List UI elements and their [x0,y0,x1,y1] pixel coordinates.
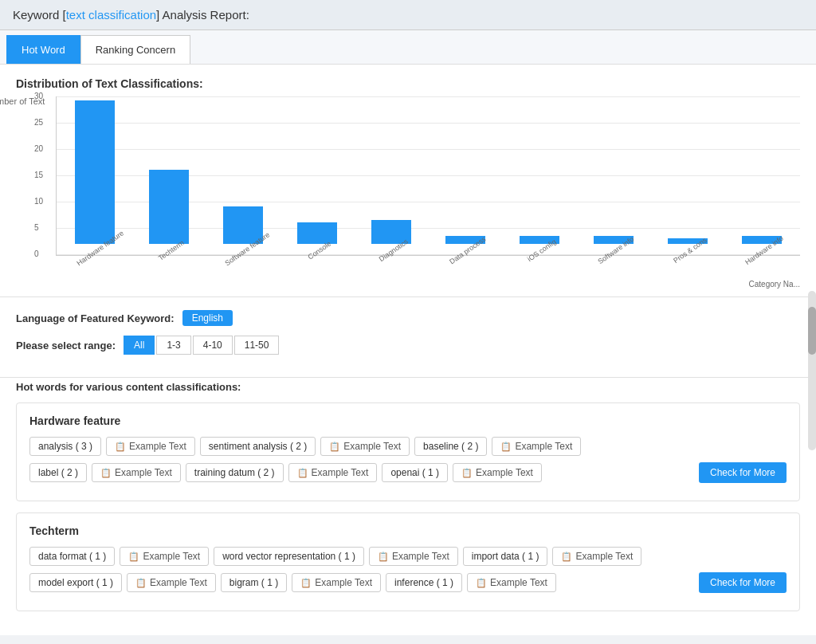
tab-ranking-concern[interactable]: Ranking Concern [80,35,190,64]
keyword-tag-1-1-2[interactable]: bigram ( 1 ) [221,573,287,592]
example-btn-1-0-5[interactable]: 📋 Example Text [552,547,641,566]
bar-group-2: Software feature [209,206,277,255]
hot-words-section: Hot words for various content classifica… [0,378,816,635]
hot-words-title: Hot words for various content classifica… [16,378,800,393]
keyword-tag-1-0-4[interactable]: import data ( 1 ) [463,547,548,566]
doc-icon: 📋 [378,552,389,562]
categories-container: Hardware featureanalysis ( 3 )📋 Example … [16,402,800,611]
bar-1 [149,170,189,244]
example-btn-1-1-1[interactable]: 📋 Example Text [127,573,216,592]
tabs-bar: Hot Word Ranking Concern [0,30,816,65]
doc-icon: 📋 [100,468,112,478]
bar-group-6: iOS config [506,236,574,255]
keywords-row-1-1: model export ( 1 )📋 Example Textbigram (… [29,572,787,593]
range-buttons: All 1-3 4-10 11-50 [124,336,279,355]
keywords-row-1-0: data format ( 1 )📋 Example Textword vect… [29,547,787,566]
keyword-tag-0-0-0[interactable]: analysis ( 3 ) [29,437,101,456]
bar-group-5: Data process [431,236,499,255]
bar-0 [75,100,115,244]
example-btn-1-1-5[interactable]: 📋 Example Text [467,573,556,592]
page-header: Keyword [text classification] Analysis R… [0,0,816,30]
tab-hot-word[interactable]: Hot Word [6,35,80,64]
filter-section: Language of Featured Keyword: English Pl… [0,297,816,378]
keyword-tag-1-1-4[interactable]: inference ( 1 ) [386,573,462,592]
range-btn-1-3[interactable]: 1-3 [156,336,190,355]
keywords-row-0-0: analysis ( 3 )📋 Example Textsentiment an… [29,437,787,456]
keyword-tag-0-0-4[interactable]: baseline ( 2 ) [414,437,487,456]
header-suffix: ] Analysis Report: [156,8,249,22]
keyword-tag-0-1-2[interactable]: training datum ( 2 ) [186,463,284,482]
check-more-btn-1-1[interactable]: Check for More [699,572,787,593]
bar-group-3: Console [283,222,351,255]
doc-icon: 📋 [300,578,312,588]
keyword-tag-1-0-2[interactable]: word vector representation ( 1 ) [214,547,364,566]
example-btn-1-0-3[interactable]: 📋 Example Text [369,547,458,566]
header-prefix: Keyword [ [13,8,66,22]
category-card-1: Techtermdata format ( 1 )📋 Example Textw… [16,512,800,611]
bar-group-1: Techterm [135,170,202,255]
bar-group-7: Software info [580,236,648,255]
range-btn-all[interactable]: All [124,336,155,355]
chart-section: Distribution of Text Classifications: Nu… [0,65,816,297]
example-btn-0-1-3[interactable]: 📋 Example Text [288,463,378,482]
doc-icon: 📋 [329,442,340,452]
example-btn-0-0-3[interactable]: 📋 Example Text [320,437,410,456]
range-filter-row: Please select range: All 1-3 4-10 11-50 [16,336,800,355]
scrollbar[interactable] [808,291,816,450]
y-axis-label: Number of Text [0,96,45,106]
x-axis-title: Category Na... [56,280,800,289]
keywords-row-0-1: label ( 2 )📋 Example Texttraining datum … [29,462,787,483]
range-btn-4-10[interactable]: 4-10 [193,336,233,355]
keyword-tag-0-1-4[interactable]: openai ( 1 ) [382,463,448,482]
example-btn-0-0-1[interactable]: 📋 Example Text [106,437,195,456]
chart-title: Distribution of Text Classifications: [16,77,800,90]
example-btn-1-0-1[interactable]: 📋 Example Text [120,547,209,566]
bar-group-8: Pros & cons [654,238,722,255]
doc-icon: 📋 [561,552,572,562]
category-name-1: Techterm [29,524,787,537]
example-btn-0-1-5[interactable]: 📋 Example Text [453,463,542,482]
header-link[interactable]: text classification [66,8,156,22]
bars-wrapper: Hardware featureTechtermSoftware feature… [57,96,800,255]
example-btn-0-0-5[interactable]: 📋 Example Text [492,437,581,456]
keyword-tag-0-0-2[interactable]: sentiment analysis ( 2 ) [200,437,316,456]
language-badge[interactable]: English [182,310,233,326]
bar-group-4: Diagnotics [357,220,425,255]
doc-icon: 📋 [135,578,147,588]
main-content: Distribution of Text Classifications: Nu… [0,65,816,635]
language-filter-row: Language of Featured Keyword: English [16,310,800,326]
keyword-tag-0-1-0[interactable]: label ( 2 ) [29,463,87,482]
doc-icon: 📋 [476,578,487,588]
keyword-tag-1-0-0[interactable]: data format ( 1 ) [29,547,115,566]
example-btn-0-1-1[interactable]: 📋 Example Text [92,463,181,482]
doc-icon: 📋 [461,468,473,478]
bar-group-9: Hardware info [728,236,796,255]
doc-icon: 📋 [500,442,512,452]
chart-inner: 30 25 20 15 10 5 0 Hardware featureTecht… [56,96,800,256]
language-filter-label: Language of Featured Keyword: [16,312,175,324]
bar-group-0: Hardware feature [61,100,128,255]
range-filter-label: Please select range: [16,340,116,351]
category-name-0: Hardware feature [29,414,787,427]
example-btn-1-1-3[interactable]: 📋 Example Text [292,573,381,592]
doc-icon: 📋 [115,442,126,452]
category-card-0: Hardware featureanalysis ( 3 )📋 Example … [16,402,800,501]
range-btn-11-50[interactable]: 11-50 [234,336,280,355]
scrollbar-thumb[interactable] [808,307,816,355]
doc-icon: 📋 [297,468,308,478]
doc-icon: 📋 [128,552,139,562]
keyword-tag-1-1-0[interactable]: model export ( 1 ) [29,573,122,592]
check-more-btn-0-1[interactable]: Check for More [699,462,787,483]
